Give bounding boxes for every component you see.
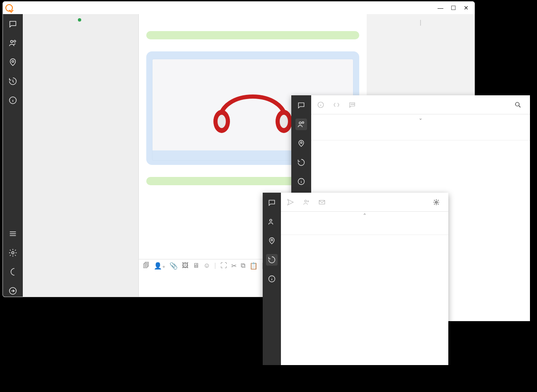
tab-proactive-chat[interactable] — [348, 101, 358, 109]
tab-navigations[interactable] — [333, 101, 343, 109]
logout-icon[interactable] — [7, 285, 19, 297]
add-contact-icon[interactable]: 👤₊ — [154, 262, 165, 270]
contacts-icon[interactable] — [266, 216, 278, 227]
message-header — [146, 22, 359, 29]
emoji-picker-icon[interactable]: ☺ — [203, 262, 210, 270]
app-logo-icon — [5, 4, 13, 12]
options-button[interactable] — [433, 198, 443, 206]
svg-rect-23 — [319, 200, 325, 204]
message-bubble — [146, 31, 359, 39]
screenshot-icon[interactable]: 🖥 — [193, 262, 199, 270]
maximize-button[interactable]: ☐ — [451, 5, 456, 11]
copy-icon[interactable]: ⧉ — [241, 262, 245, 270]
history-icon[interactable] — [295, 157, 307, 168]
info-icon[interactable] — [295, 176, 307, 187]
operators-window: ⌃ — [263, 193, 448, 365]
info-icon[interactable] — [7, 94, 19, 106]
collapse-icon[interactable]: ⌃ — [281, 212, 448, 218]
svg-point-0 — [11, 41, 13, 43]
headphones-icon — [199, 72, 307, 138]
svg-point-24 — [435, 201, 438, 203]
location-icon[interactable] — [295, 138, 307, 149]
menu-icon[interactable] — [7, 228, 19, 240]
svg-point-12 — [300, 142, 302, 143]
paste-icon[interactable]: 📋 — [249, 262, 258, 270]
svg-point-20 — [271, 239, 273, 241]
attach-file-icon[interactable]: 📎 — [169, 262, 178, 270]
select-all-icon[interactable]: ⛶ — [220, 262, 227, 270]
mail-button[interactable] — [318, 198, 328, 206]
settings-gear-icon[interactable] — [7, 247, 19, 259]
svg-point-22 — [305, 200, 307, 202]
svg-point-17 — [353, 104, 354, 104]
svg-point-11 — [302, 122, 304, 123]
nav-rail — [3, 14, 23, 297]
collapse-icon[interactable]: ⌄ — [311, 114, 530, 121]
conversation-list — [23, 14, 139, 297]
history-icon[interactable] — [7, 75, 19, 87]
svg-point-8 — [218, 115, 226, 128]
operator-status[interactable] — [23, 14, 138, 26]
chats-icon[interactable] — [295, 99, 307, 111]
operators-table — [281, 218, 448, 235]
svg-point-10 — [299, 122, 301, 124]
find-button[interactable] — [514, 101, 524, 109]
svg-point-9 — [280, 115, 288, 128]
chats-icon[interactable] — [7, 18, 19, 30]
svg-point-2 — [12, 60, 14, 63]
svg-point-4 — [12, 252, 14, 254]
history-icon[interactable] — [266, 254, 278, 266]
night-mode-icon[interactable] — [7, 266, 19, 278]
invite-button[interactable] — [302, 198, 312, 206]
location-icon[interactable] — [7, 56, 19, 68]
svg-point-16 — [352, 104, 353, 104]
call-button[interactable] — [287, 198, 297, 206]
cut-icon[interactable]: ✂ — [231, 262, 237, 270]
svg-point-19 — [270, 219, 272, 221]
chats-icon[interactable] — [266, 197, 278, 208]
location-icon[interactable] — [266, 235, 278, 247]
close-window-button[interactable]: ✕ — [464, 5, 469, 11]
tab-general-info[interactable] — [317, 101, 327, 109]
svg-point-18 — [515, 102, 519, 106]
operators-rail — [263, 193, 281, 365]
info-icon[interactable] — [266, 273, 278, 285]
contacts-icon[interactable] — [7, 37, 19, 49]
contacts-icon[interactable] — [295, 119, 307, 130]
window-titlebar: — ☐ ✕ — [3, 2, 474, 14]
svg-point-1 — [14, 40, 16, 42]
canned-response-icon[interactable]: 🗐 — [143, 262, 150, 270]
minimize-button[interactable]: — — [438, 5, 443, 11]
online-dot-icon — [78, 18, 81, 22]
insert-image-icon[interactable]: 🖼 — [182, 262, 189, 270]
svg-point-15 — [351, 104, 352, 104]
